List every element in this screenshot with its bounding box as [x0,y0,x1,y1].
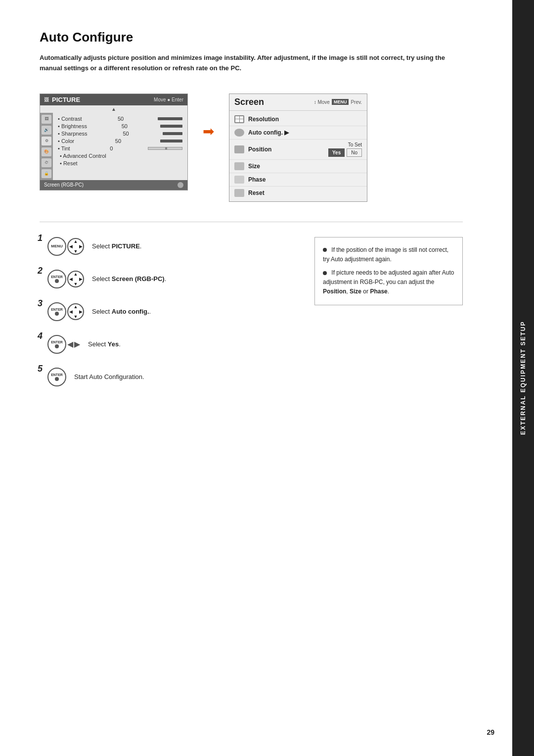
page-title: Auto Configure [40,30,463,45]
reset-label: Reset [248,189,362,196]
picture-menu: 🖼 PICTURE Move ● Enter ▲ 🖼 🔊 ⚙ 🎨 [40,94,188,190]
position-icon [234,145,244,153]
note-1: If the position of the image is still no… [323,245,454,264]
size-row: Size [229,160,367,173]
step-1-number: 1 [38,233,43,243]
resolution-label: Resolution [248,116,362,123]
sidebar-label: EXTERNAL EQUIPMENT SETUP [520,321,527,435]
footer-text: Screen (RGB-PC) [44,182,84,188]
picture-menu-controls: Move ● Enter [154,97,183,102]
step-1: 1 MENU ▲ ◀ ▶ ▼ Select PICTURE. [40,237,295,256]
menu-items-list: • Contrast 50 • Brightness 50 • Sharpnes… [53,113,187,180]
icon-screen: ⚙ [42,137,51,145]
position-label: Position [248,146,324,153]
step-5-buttons: ENTER [47,368,66,386]
step-4-number: 4 [38,331,43,341]
step-3-buttons: ENTER ▲ ◀ ▶ ▼ [47,302,84,321]
step-4-text: Select Yes. [88,340,121,348]
sharpness-row: • Sharpness 50 [58,131,182,137]
steps-list: 1 MENU ▲ ◀ ▶ ▼ Select PICTURE. [40,237,295,400]
screens-diagram: 🖼 PICTURE Move ● Enter ▲ 🖼 🔊 ⚙ 🎨 [40,94,463,202]
step-5-text: Start Auto Configuration. [74,373,144,380]
yes-no-buttons: Yes No [328,148,362,157]
screen-menu: Screen ↕ Move MENU Prev. [229,94,367,202]
phase-row: Phase [229,173,367,187]
section-divider [40,222,463,222]
screen-controls: ↕ Move MENU Prev. [314,99,362,105]
step-4: 4 ENTER ◀ ▶ Select Yes. [40,335,295,354]
notes-box: If the position of the image is still no… [314,237,463,305]
auto-config-icon [234,129,244,137]
icon-lock: 🔒 [42,169,51,178]
no-button[interactable]: No [347,148,362,157]
page-number: 29 [487,728,494,736]
icon-timer: ⏱ [42,158,51,167]
to-set-label: To Set [348,142,362,147]
step-2-buttons: ENTER ▲ ◀ ▶ ▼ [47,270,84,288]
size-label: Size [248,163,362,170]
advanced-control-row: • Advanced Control [58,153,182,159]
screen-items-list: Resolution Auto config. ▶ Position To Se… [229,111,367,201]
auto-config-row: Auto config. ▶ [229,126,367,140]
step-3: 3 ENTER ▲ ◀ ▶ ▼ [40,302,295,321]
auto-config-label: Auto config. ▶ [248,129,362,136]
resolution-icon [234,115,244,123]
arrow-to-screen: ➡ [203,94,214,140]
color-row: • Color 50 [58,138,182,144]
steps-section: 1 MENU ▲ ◀ ▶ ▼ Select PICTURE. [40,237,463,400]
right-arrow-icon: ➡ [203,123,214,140]
enter-button-5[interactable]: ENTER [47,368,66,386]
page-description: Automatically adjusts picture position a… [40,53,445,74]
contrast-row: • Contrast 50 [58,116,182,122]
footer-icon [178,182,183,188]
icon-color: 🎨 [42,147,51,156]
reset-screen-row: Reset [229,187,367,199]
enter-button-4[interactable]: ENTER [47,335,66,354]
step-5: 5 ENTER Start Auto Configuration. [40,368,295,386]
step-4-buttons: ENTER ◀ ▶ [47,335,80,354]
enter-button-2[interactable]: ENTER [47,270,66,288]
bullet-1 [323,248,327,252]
lr-nav-4[interactable]: ◀ ▶ [67,339,80,349]
menu-icons: 🖼 🔊 ⚙ 🎨 ⏱ 🔒 [40,113,53,180]
screen-menu-header: Screen ↕ Move MENU Prev. [229,94,367,111]
step-2: 2 ENTER ▲ ◀ ▶ ▼ [40,270,295,288]
step-2-text: Select Screen (RGB-PC). [92,275,166,283]
step-1-buttons: MENU ▲ ◀ ▶ ▼ [47,237,84,256]
tint-row: • Tint 0 [58,145,182,151]
picture-title-text: PICTURE [52,96,80,103]
bullet-2 [323,271,327,275]
phase-label: Phase [248,176,362,183]
nav-arrows-2[interactable]: ▲ ◀ ▶ ▼ [67,271,84,287]
brightness-row: • Brightness 50 [58,123,182,129]
step-1-text: Select PICTURE. [92,242,141,250]
icon-audio: 🔊 [42,126,51,135]
sidebar: EXTERNAL EQUIPMENT SETUP [512,0,534,756]
icon-picture: 🖼 [42,115,51,124]
picture-menu-body: 🖼 🔊 ⚙ 🎨 ⏱ 🔒 • Contrast 50 [40,113,187,180]
enter-button-3[interactable]: ENTER [47,302,66,321]
reset-icon [234,189,244,197]
step-3-text: Select Auto config.. [92,308,151,315]
yes-button[interactable]: Yes [328,148,345,157]
nav-arrows-1[interactable]: ▲ ◀ ▶ ▼ [67,238,84,255]
picture-menu-footer: Screen (RGB-PC) [40,180,187,190]
nav-arrows-3[interactable]: ▲ ◀ ▶ ▼ [67,303,84,320]
picture-menu-title: 🖼 PICTURE [44,96,80,103]
step-5-number: 5 [38,364,43,374]
step-3-number: 3 [38,298,43,309]
reset-row: • Reset [58,160,182,166]
resolution-row: Resolution [229,113,367,126]
menu-button[interactable]: MENU [47,237,66,256]
size-icon [234,162,244,170]
step-2-number: 2 [38,266,43,276]
phase-icon [234,176,244,184]
picture-menu-header: 🖼 PICTURE Move ● Enter [40,94,187,105]
position-row: Position To Set Yes No [229,140,367,160]
note-2: If picture needs to be adjusted again af… [323,268,454,297]
